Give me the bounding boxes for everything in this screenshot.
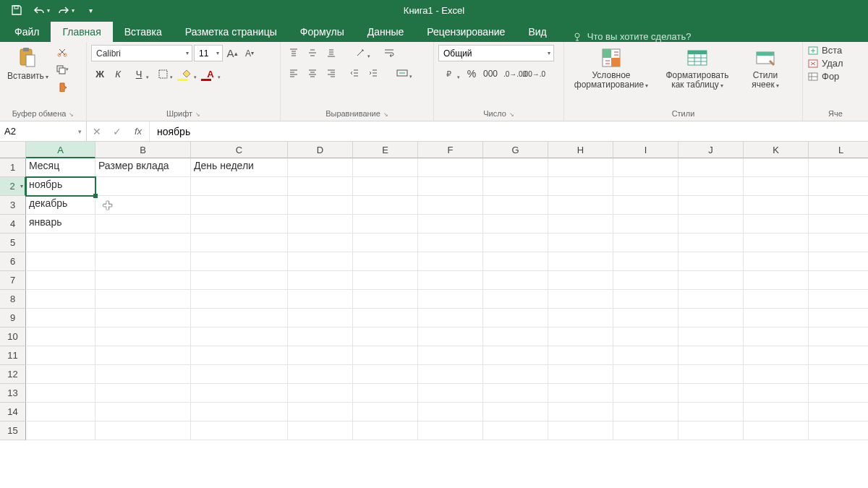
insert-function-button[interactable]: fx [127,126,149,137]
column-header[interactable]: B [95,142,191,158]
cell-styles-button[interactable]: Стили ячеек [741,45,790,91]
qat-customize[interactable]: ▾ [80,1,101,19]
cell[interactable] [26,421,95,440]
cell[interactable] [288,365,353,384]
cell[interactable] [613,309,678,328]
cell[interactable] [744,290,809,309]
cell[interactable] [483,346,548,365]
cell[interactable]: Размер вклада [95,158,191,177]
cell[interactable] [353,309,418,328]
cell[interactable] [26,252,95,271]
row-header[interactable]: 4 [0,215,26,234]
cell[interactable] [744,346,809,365]
cell[interactable] [678,421,744,440]
cell[interactable] [548,215,613,234]
cell[interactable] [483,215,548,234]
column-header[interactable]: C [191,142,288,158]
cell[interactable] [191,421,288,440]
cell[interactable] [483,271,548,290]
row-header[interactable]: 15 [0,421,26,440]
align-middle-button[interactable] [304,45,321,61]
cell[interactable] [191,271,288,290]
cell[interactable] [191,346,288,365]
cell[interactable] [483,421,548,440]
column-header[interactable]: K [744,142,809,158]
comma-style-button[interactable]: 000 [482,66,499,82]
row-header[interactable]: 7 [0,271,26,290]
cell[interactable] [809,328,868,346]
name-box[interactable]: A2 [0,121,87,141]
row-header[interactable]: 8 [0,290,26,309]
cell[interactable] [483,384,548,403]
cell[interactable] [26,234,95,252]
cell[interactable] [418,158,483,177]
cell[interactable] [288,403,353,421]
cell[interactable] [191,365,288,384]
cell[interactable] [26,309,95,328]
cell[interactable] [191,403,288,421]
row-header[interactable]: 5 [0,234,26,252]
cell[interactable] [353,158,418,177]
cell[interactable] [26,403,95,421]
increase-font-button[interactable]: A▴ [224,45,240,61]
cell[interactable] [548,403,613,421]
cell[interactable] [744,177,809,196]
cell[interactable] [744,309,809,328]
format-cells-button[interactable]: Фор [807,71,843,82]
cell[interactable] [418,384,483,403]
cell[interactable] [613,177,678,196]
cell[interactable] [678,252,744,271]
row-header[interactable]: 10 [0,328,26,346]
cell[interactable] [95,290,191,309]
cell[interactable] [809,421,868,440]
cell[interactable] [809,234,868,252]
paste-button[interactable]: Вставить [4,45,51,82]
cell[interactable] [613,290,678,309]
cell[interactable] [548,309,613,328]
column-header[interactable]: L [809,142,868,158]
cell[interactable] [483,158,548,177]
cell[interactable] [809,271,868,290]
cell[interactable] [744,252,809,271]
cell[interactable] [809,158,868,177]
cell[interactable] [418,234,483,252]
column-header[interactable]: H [548,142,613,158]
cell[interactable]: декабрь [26,196,95,215]
cell[interactable] [744,403,809,421]
align-dialog-launcher[interactable]: ↘ [383,111,388,118]
accounting-format-button[interactable]: ₽ [438,66,461,82]
cell[interactable] [678,346,744,365]
cell[interactable] [809,290,868,309]
cell[interactable] [809,177,868,196]
copy-button[interactable]: ▾ [54,62,70,77]
cell[interactable] [26,384,95,403]
cell[interactable] [418,365,483,384]
cell[interactable] [418,403,483,421]
cell[interactable] [483,252,548,271]
cell[interactable] [418,252,483,271]
row-header[interactable]: 12 [0,365,26,384]
format-painter-button[interactable] [54,80,70,94]
column-header[interactable]: I [613,142,678,158]
cell[interactable] [288,252,353,271]
cell[interactable] [353,252,418,271]
column-header[interactable]: G [483,142,548,158]
cell[interactable] [483,328,548,346]
select-all-corner[interactable] [0,142,26,158]
cell[interactable] [418,215,483,234]
column-header[interactable]: F [418,142,483,158]
cell[interactable] [678,384,744,403]
cell[interactable] [418,328,483,346]
cell[interactable] [191,328,288,346]
align-right-button[interactable] [323,65,340,81]
cell[interactable] [288,177,353,196]
ribbon-tab-0[interactable]: Файл [3,22,51,42]
cell[interactable] [95,215,191,234]
cell[interactable] [26,328,95,346]
cell[interactable] [418,177,483,196]
borders-button[interactable] [151,66,174,82]
cell[interactable] [288,328,353,346]
tell-me-search[interactable]: Что вы хотите сделать? [573,31,692,42]
cell[interactable] [191,215,288,234]
cell[interactable] [353,328,418,346]
